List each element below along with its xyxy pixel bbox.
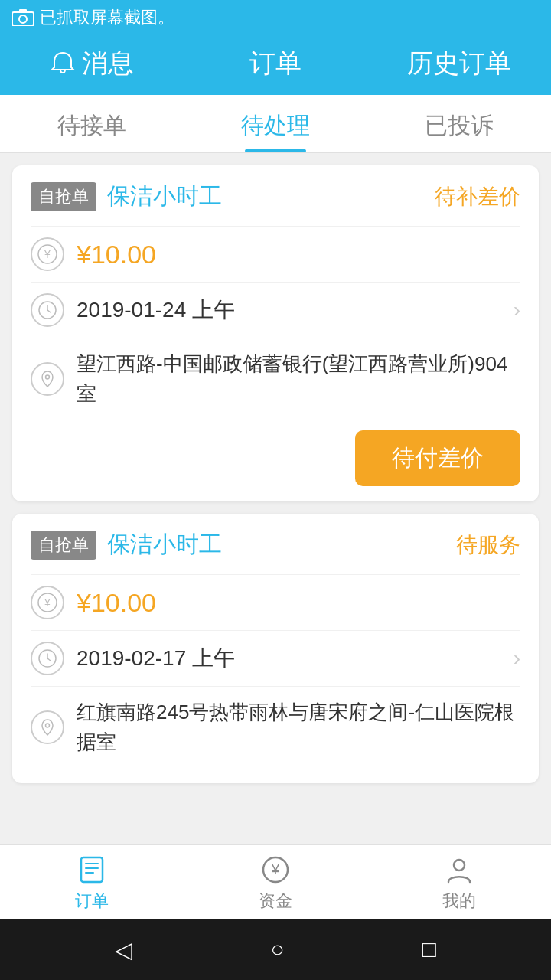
bottom-nav: 订单 ¥ 资金 我的 [0,844,551,919]
bottom-nav-funds[interactable]: ¥ 资金 [184,853,367,913]
bell-icon [50,51,76,77]
android-home[interactable]: ○ [270,936,284,962]
order-1-datetime: 2019-01-24 上午 [77,296,501,325]
yen-icon: ¥ [31,237,64,271]
yen-icon-2: ¥ [31,586,64,619]
android-back[interactable]: ◁ [115,936,132,963]
user-icon [442,853,476,887]
order-2-header: 自抢单 保洁小时工 待服务 [31,529,520,560]
svg-rect-0 [12,12,34,26]
tab-pending-process[interactable]: 待处理 [184,95,367,152]
order-2-address: 红旗南路245号热带雨林与唐宋府之间-仁山医院根据室 [77,697,520,757]
svg-point-21 [454,860,465,871]
order-2-chevron: › [514,646,520,671]
svg-line-7 [47,310,51,312]
order-1-price-row: ¥ ¥10.00 [31,226,520,282]
tab-complained[interactable]: 已投诉 [367,95,551,152]
order-2-datetime-row[interactable]: 2019-02-17 上午 › [31,630,520,686]
svg-point-14 [46,724,50,727]
svg-point-1 [19,15,27,23]
nav-orders[interactable]: 订单 [184,46,367,81]
order-1-price: ¥10.00 [77,240,156,270]
location-icon-1 [31,362,64,396]
order-card-2: 自抢单 保洁小时工 待服务 ¥ ¥10.00 2019-02-17 上午 [12,514,539,783]
tab-bar: 待接单 待处理 已投诉 [0,95,551,153]
svg-point-8 [46,375,50,379]
svg-text:¥: ¥ [271,862,280,877]
tab-pending-accept[interactable]: 待接单 [0,95,184,152]
order-1-action-row: 待付差价 [31,430,520,486]
order-1-service: 保洁小时工 [107,181,435,212]
bottom-nav-orders-label: 订单 [75,890,109,913]
order-1-address-row: 望江西路-中国邮政储蓄银行(望江西路营业所)904室 [31,338,520,420]
android-recent[interactable]: □ [422,936,436,962]
orders-icon [75,853,109,887]
clock-icon-1 [31,293,64,327]
order-2-status: 待服务 [456,531,520,560]
order-card-1: 自抢单 保洁小时工 待补差价 ¥ ¥10.00 2019-01-24 上 [12,165,539,501]
order-2-price-row: ¥ ¥10.00 [31,574,520,630]
status-text: 已抓取屏幕截图。 [40,6,174,29]
bottom-nav-mine[interactable]: 我的 [367,853,551,913]
status-bar: 已抓取屏幕截图。 [0,0,551,35]
bottom-nav-funds-label: 资金 [259,890,292,913]
nav-history[interactable]: 历史订单 [367,46,551,81]
nav-orders-label: 订单 [249,48,302,77]
order-1-tag: 自抢单 [31,182,96,211]
screenshot-icon [12,9,34,26]
svg-line-13 [47,658,51,661]
bottom-nav-orders[interactable]: 订单 [0,853,184,913]
order-1-status: 待补差价 [435,182,520,211]
android-nav-bar: ◁ ○ □ [0,919,551,980]
clock-icon-2 [31,642,64,675]
order-2-address-row: 红旗南路245号热带雨林与唐宋府之间-仁山医院根据室 [31,686,520,768]
order-2-tag: 自抢单 [31,531,96,560]
order-2-service: 保洁小时工 [107,529,456,560]
svg-rect-2 [19,9,27,13]
nav-messages-label: 消息 [82,46,134,81]
top-nav: 消息 订单 历史订单 [0,35,551,95]
order-2-datetime: 2019-02-17 上午 [77,644,501,673]
order-1-pay-button[interactable]: 待付差价 [355,430,520,486]
svg-text:¥: ¥ [44,596,51,609]
order-1-header: 自抢单 保洁小时工 待补差价 [31,181,520,212]
bottom-nav-mine-label: 我的 [442,890,476,913]
order-1-datetime-row[interactable]: 2019-01-24 上午 › [31,282,520,338]
nav-history-label: 历史订单 [407,48,511,77]
order-list: 自抢单 保洁小时工 待补差价 ¥ ¥10.00 2019-01-24 上 [0,153,551,844]
svg-text:¥: ¥ [44,248,51,260]
nav-messages[interactable]: 消息 [0,46,184,81]
location-icon-2 [31,710,64,744]
order-1-chevron: › [514,298,520,322]
order-2-price: ¥10.00 [77,588,156,618]
order-1-address: 望江西路-中国邮政储蓄银行(望江西路营业所)904室 [77,349,520,409]
svg-rect-15 [81,858,103,882]
funds-icon: ¥ [259,853,292,887]
